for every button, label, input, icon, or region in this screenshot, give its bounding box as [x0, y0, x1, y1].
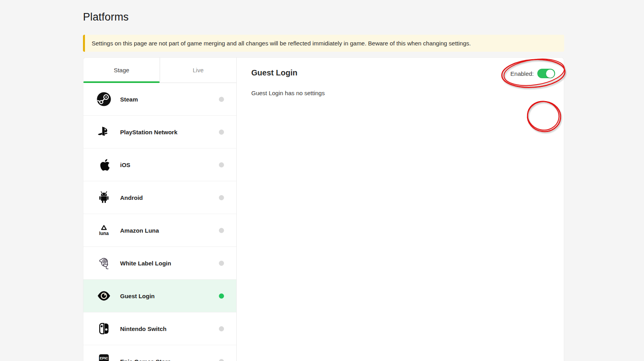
tab-live[interactable]: Live — [160, 58, 236, 83]
platform-list-column: Stage Live Steam PlayStation Network iOS… — [83, 58, 237, 361]
steam-icon — [96, 92, 111, 107]
platform-label: White Label Login — [120, 260, 171, 267]
platform-label: Steam — [120, 96, 138, 103]
platform-list-item[interactable]: Guest Login — [83, 280, 236, 312]
platform-status-dot — [219, 162, 224, 167]
platform-label: PlayStation Network — [120, 129, 177, 135]
platform-status-dot — [219, 130, 224, 135]
platform-status-dot — [219, 293, 224, 299]
tab-stage[interactable]: Stage — [83, 58, 160, 83]
platform-list-item[interactable]: Amazon Luna — [83, 214, 236, 247]
epic-icon — [96, 354, 111, 361]
page-title: Platforms — [83, 11, 129, 23]
platform-label: Epic Games Store — [120, 358, 171, 361]
platform-list-item[interactable]: Epic Games Store — [83, 345, 236, 361]
platform-label: Android — [120, 194, 143, 201]
eye-icon — [96, 288, 111, 303]
toggle-knob — [546, 70, 554, 78]
platform-label: iOS — [120, 162, 130, 168]
amazon-luna-icon — [96, 223, 111, 238]
platform-status-dot — [219, 326, 224, 331]
enabled-label: Enabled: — [510, 70, 534, 77]
platform-list-item[interactable]: White Label Login — [83, 247, 236, 280]
detail-body-text: Guest Login has no settings — [251, 90, 555, 96]
platforms-card: Stage Live Steam PlayStation Network iOS… — [83, 57, 564, 361]
platform-status-dot — [219, 228, 224, 233]
platform-status-dot — [219, 97, 224, 102]
android-icon — [96, 190, 111, 205]
enabled-control: Enabled: — [510, 69, 555, 78]
platform-list-item[interactable]: iOS — [83, 149, 236, 181]
enabled-toggle[interactable] — [537, 69, 555, 78]
apple-icon — [96, 157, 111, 172]
platform-list: Steam PlayStation Network iOS Android Am… — [83, 83, 236, 361]
environment-tabbar: Stage Live — [83, 58, 236, 83]
playstation-icon — [96, 124, 111, 139]
platform-label: Amazon Luna — [120, 227, 159, 234]
platform-detail-panel: Guest Login Guest Login has no settings … — [237, 58, 564, 361]
platform-list-item[interactable]: Steam — [83, 83, 236, 116]
platform-status-dot — [219, 195, 224, 200]
parrot-icon — [96, 256, 111, 271]
warning-banner-text: Settings on this page are not part of ga… — [92, 40, 471, 47]
detail-title: Guest Login — [251, 68, 555, 77]
platform-list-item[interactable]: PlayStation Network — [83, 116, 236, 149]
warning-banner: Settings on this page are not part of ga… — [83, 35, 564, 52]
nintendo-switch-icon — [96, 321, 111, 336]
platform-label: Nintendo Switch — [120, 325, 167, 332]
platform-status-dot — [219, 261, 224, 266]
platform-label: Guest Login — [120, 293, 155, 299]
platform-list-item[interactable]: Android — [83, 181, 236, 214]
platform-list-item[interactable]: Nintendo Switch — [83, 312, 236, 345]
platform-status-dot — [219, 359, 224, 361]
